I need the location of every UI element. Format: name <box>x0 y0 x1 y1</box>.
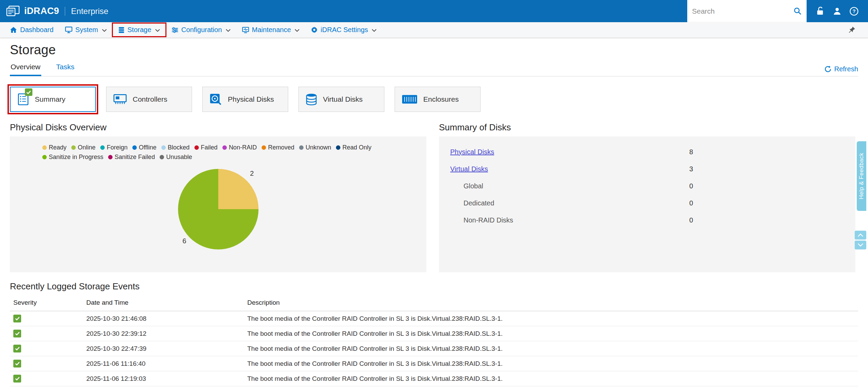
refresh-button[interactable]: Refresh <box>824 65 858 76</box>
scroll-down-button[interactable] <box>855 241 866 249</box>
nav-item-dashboard[interactable]: Dashboard <box>4 23 59 37</box>
help-icon[interactable]: ? <box>850 7 858 16</box>
summary-row-physical-disks: Physical Disks8 <box>439 143 855 160</box>
legend-label: Unknown <box>306 144 331 151</box>
legend-label: Failed <box>201 144 218 151</box>
event-description: The boot media of the Controller RAID Co… <box>244 386 858 389</box>
brand-divider <box>65 7 65 16</box>
legend-item-online: Online <box>71 144 95 151</box>
main-nav: DashboardSystemStorageConfigurationMaint… <box>0 22 868 38</box>
storage-icon <box>118 27 124 33</box>
search-icon[interactable] <box>793 7 802 15</box>
event-severity-cell <box>10 386 83 389</box>
card-controllers[interactable]: Controllers <box>106 87 192 112</box>
nav-item-system[interactable]: System <box>59 23 113 37</box>
legend-label: Read Only <box>342 144 371 151</box>
card-enclosures[interactable]: Enclosures <box>395 87 481 112</box>
event-severity-cell <box>10 341 83 356</box>
legend-label: Offline <box>139 144 157 151</box>
nav-item-label: System <box>75 26 98 34</box>
card-physical-disks[interactable]: Physical Disks <box>202 87 288 112</box>
severity-ok-icon <box>13 345 21 352</box>
legend-label: Sanitize in Progress <box>49 154 103 161</box>
event-row: 2025-10-30 22:47:39The boot media of the… <box>10 341 858 356</box>
legend-item-ready: Ready <box>42 144 67 151</box>
scroll-buttons <box>855 231 866 249</box>
event-description: The boot media of the Controller RAID Co… <box>244 311 858 326</box>
card-summary[interactable]: Summary <box>10 87 96 112</box>
help-feedback-tab[interactable]: Help & Feedback <box>857 141 866 211</box>
tab-overview[interactable]: Overview <box>10 61 41 76</box>
nav-item-storage[interactable]: Storage <box>113 23 166 37</box>
card-label: Summary <box>35 95 65 103</box>
svg-text:?: ? <box>852 8 855 14</box>
main-content: Storage OverviewTasks Refresh SummaryCon… <box>0 43 868 389</box>
virtual-disks-icon <box>306 93 317 106</box>
pie-value-ready: 2 <box>250 170 254 177</box>
legend-item-sanitize-in-progress: Sanitize in Progress <box>42 154 103 161</box>
legend-color-dot <box>108 155 113 159</box>
top-header: iDRAC9 Enterprise ? <box>0 0 868 22</box>
scroll-up-button[interactable] <box>855 231 866 240</box>
user-icon[interactable] <box>833 7 841 15</box>
summary-link[interactable]: Virtual Disks <box>450 165 488 173</box>
event-row: 2025-11-08 16:47:28The boot media of the… <box>10 386 858 389</box>
event-description: The boot media of the Controller RAID Co… <box>244 341 858 356</box>
idrac-logo-icon <box>6 5 20 17</box>
summary-value: 0 <box>689 199 693 207</box>
summary-row-virtual-disks: Virtual Disks3 <box>439 160 855 177</box>
column-header-severity: Severity <box>10 296 83 311</box>
legend-label: Non-RAID <box>229 144 257 151</box>
search-input[interactable] <box>692 7 791 15</box>
storage-category-cards: SummaryControllersPhysical DisksVirtual … <box>10 87 858 112</box>
event-datetime: 2025-10-30 22:39:12 <box>83 326 244 341</box>
brand: iDRAC9 Enterprise <box>6 5 108 17</box>
event-datetime: 2025-10-30 21:46:08 <box>83 311 244 326</box>
event-datetime: 2025-11-08 16:47:28 <box>83 386 244 389</box>
summary-value: 3 <box>689 165 693 173</box>
severity-ok-icon <box>13 330 21 337</box>
refresh-icon <box>824 66 832 73</box>
summary-row-global: Global0 <box>439 177 855 194</box>
nav-item-label: Dashboard <box>20 26 54 34</box>
event-datetime: 2025-10-30 22:47:39 <box>83 341 244 356</box>
event-row: 2025-10-30 21:46:08The boot media of the… <box>10 311 858 326</box>
legend-color-dot <box>132 145 137 150</box>
controllers-icon <box>113 94 127 105</box>
page-title: Storage <box>10 43 858 57</box>
card-label: Physical Disks <box>228 95 274 103</box>
maintenance-icon <box>242 27 249 33</box>
legend-color-dot <box>336 145 340 150</box>
nav-item-idrac-settings[interactable]: iDRAC Settings <box>305 23 382 37</box>
event-description: The boot media of the Controller RAID Co… <box>244 371 858 386</box>
legend-color-dot <box>100 145 105 150</box>
tab-tasks[interactable]: Tasks <box>56 61 75 76</box>
brand-edition: Enterprise <box>71 6 108 16</box>
event-datetime: 2025-11-06 12:19:03 <box>83 371 244 386</box>
sliders-icon <box>172 27 178 33</box>
gear-icon <box>311 27 318 33</box>
nav-item-configuration[interactable]: Configuration <box>166 23 236 37</box>
legend-item-offline: Offline <box>132 144 157 151</box>
summary-link[interactable]: Physical Disks <box>450 148 494 156</box>
legend-item-foreign: Foreign <box>100 144 128 151</box>
summary-label: Non-RAID Disks <box>464 216 513 224</box>
column-header-description: Description <box>244 296 858 311</box>
legend-label: Unusable <box>166 154 192 161</box>
pie-value-online: 6 <box>182 237 186 245</box>
legend-color-dot <box>42 155 47 159</box>
summary-row-dedicated: Dedicated0 <box>439 194 855 212</box>
nav-item-maintenance[interactable]: Maintenance <box>236 23 306 37</box>
lock-open-icon[interactable] <box>816 6 825 16</box>
legend-label: Sanitize Failed <box>115 154 155 161</box>
panel-title: Summary of Disks <box>439 122 855 133</box>
legend-color-dot <box>194 145 199 150</box>
summary-value: 0 <box>689 182 693 190</box>
legend-item-failed: Failed <box>194 144 218 151</box>
legend-item-unknown: Unknown <box>299 144 331 151</box>
recent-storage-events: Recently Logged Storage Events SeverityD… <box>10 281 858 389</box>
legend-item-sanitize-failed: Sanitize Failed <box>108 154 155 161</box>
legend-color-dot <box>42 145 47 150</box>
pin-icon[interactable] <box>848 26 856 34</box>
card-virtual-disks[interactable]: Virtual Disks <box>298 87 384 112</box>
